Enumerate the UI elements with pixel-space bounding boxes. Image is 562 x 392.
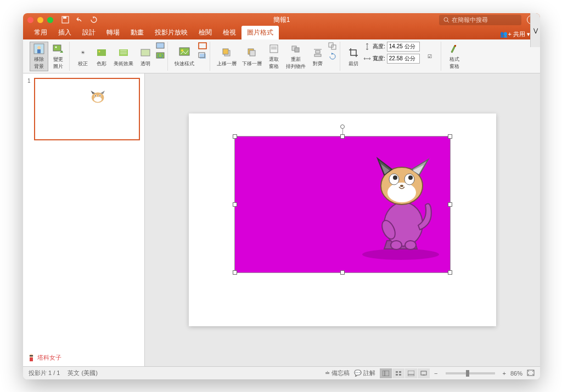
slide-edit-area[interactable] xyxy=(145,73,540,366)
group-button[interactable] xyxy=(328,42,338,50)
bring-fwd-icon xyxy=(220,46,233,59)
artistic-effects-button[interactable]: 美術效果 xyxy=(111,42,136,71)
svg-rect-32 xyxy=(314,54,321,56)
svg-point-17 xyxy=(181,49,183,52)
svg-rect-12 xyxy=(141,49,150,56)
change-picture-button[interactable]: 變更 圖片 xyxy=(49,42,67,71)
tab-slideshow[interactable]: 投影片放映 xyxy=(149,26,193,39)
tab-design[interactable]: 設計 xyxy=(77,26,101,39)
quick-access-toolbar xyxy=(61,15,98,24)
watermark: 塔科女子 xyxy=(27,353,61,362)
collapse-ribbon-button[interactable]: ⋁ xyxy=(530,13,540,47)
zoom-in-button[interactable]: + xyxy=(503,370,506,377)
svg-rect-67 xyxy=(421,371,426,375)
tab-home[interactable]: 常用 xyxy=(29,26,53,39)
resize-handle-tl[interactable] xyxy=(233,134,237,139)
crop-button[interactable]: 裁切 xyxy=(345,42,362,71)
lock-aspect-button[interactable]: ☑ xyxy=(421,42,439,71)
maximize-window-button[interactable] xyxy=(47,17,53,23)
slide-thumbnail-1[interactable]: 1 xyxy=(27,78,140,140)
svg-rect-14 xyxy=(156,43,164,48)
selection-icon xyxy=(267,43,280,55)
tab-picture-format[interactable]: 圖片格式 xyxy=(241,26,279,39)
ribbon-tabs: 常用 插入 設計 轉場 動畫 投影片放映 檢閱 檢視 圖片格式 👥+ 共用 ▾ xyxy=(23,26,540,39)
transparency-button[interactable]: 透明 xyxy=(137,42,154,71)
quick-styles-button[interactable]: 快速樣式 xyxy=(172,42,196,71)
change-pic-icon xyxy=(52,43,65,55)
svg-point-8 xyxy=(55,47,57,48)
compress-button[interactable] xyxy=(155,42,165,50)
thumbnail-preview xyxy=(34,78,140,140)
reset-button[interactable] xyxy=(155,52,165,60)
traffic-lights xyxy=(27,17,53,23)
svg-line-3 xyxy=(447,21,449,22)
comments-button[interactable]: 💬 註解 xyxy=(354,369,375,377)
corrections-icon: ☀ xyxy=(76,46,89,59)
tab-animations[interactable]: 動畫 xyxy=(125,26,149,39)
body-area: 1 塔科女子 xyxy=(23,73,540,366)
corrections-button[interactable]: ☀校正 xyxy=(74,42,92,71)
slide-canvas[interactable] xyxy=(189,113,496,326)
zoom-percent[interactable]: 86% xyxy=(510,370,522,377)
svg-rect-46 xyxy=(30,357,33,361)
zoom-slider[interactable] xyxy=(446,372,495,374)
resize-handle-bm[interactable] xyxy=(340,270,345,275)
height-input[interactable]: 14.25 公分 xyxy=(387,42,420,52)
close-window-button[interactable] xyxy=(27,17,33,23)
selection-pane-button[interactable]: 選取 窗格 xyxy=(265,42,283,71)
svg-rect-62 xyxy=(399,371,401,373)
svg-rect-22 xyxy=(223,49,228,54)
svg-rect-29 xyxy=(295,48,299,52)
language-indicator[interactable]: 英文 (美國) xyxy=(68,369,97,377)
reading-view-button[interactable] xyxy=(405,368,417,378)
save-button[interactable] xyxy=(61,15,70,24)
slide-counter[interactable]: 投影片 1 / 1 xyxy=(29,369,60,377)
undo-button[interactable] xyxy=(75,15,84,24)
view-buttons xyxy=(380,368,430,378)
align-button[interactable]: 對齊 xyxy=(309,42,327,71)
notes-button[interactable]: ≐ 備忘稿 xyxy=(325,369,350,377)
zoom-out-button[interactable]: − xyxy=(434,370,437,377)
resize-handle-ml[interactable] xyxy=(233,202,237,207)
resize-handle-bl[interactable] xyxy=(233,270,237,275)
width-input[interactable]: 22.58 公分 xyxy=(387,54,420,64)
reorder-icon xyxy=(289,43,302,55)
resize-handle-mr[interactable] xyxy=(448,202,452,207)
quick-styles-icon xyxy=(178,46,191,59)
thumbnail-cat-image xyxy=(82,89,110,111)
rotate-button[interactable] xyxy=(328,52,338,60)
color-button[interactable]: 色彩 xyxy=(93,42,110,71)
redo-button[interactable] xyxy=(89,15,98,24)
format-pane-icon xyxy=(448,43,461,55)
tab-insert[interactable]: 插入 xyxy=(53,26,77,39)
width-icon xyxy=(363,55,371,63)
minimize-window-button[interactable] xyxy=(37,17,43,23)
rotate-handle[interactable] xyxy=(340,124,345,129)
sorter-view-button[interactable] xyxy=(392,368,404,378)
svg-rect-1 xyxy=(63,16,66,19)
ribbon: 移除 背景 變更 圖片 ☀校正 色彩 美術效果 透明 快速樣式 xyxy=(23,39,540,73)
bring-forward-button[interactable]: 上移一層 xyxy=(215,42,239,71)
svg-rect-15 xyxy=(156,53,164,58)
selected-image[interactable] xyxy=(235,137,450,272)
svg-rect-9 xyxy=(97,49,106,56)
picture-effects-button[interactable] xyxy=(198,52,207,60)
fit-window-button[interactable] xyxy=(527,370,535,377)
share-button[interactable]: 👥+ 共用 ▾ xyxy=(496,29,535,39)
search-input[interactable]: 在簡報中搜尋 xyxy=(439,15,521,25)
tab-transitions[interactable]: 轉場 xyxy=(101,26,125,39)
remove-background-button[interactable]: 移除 背景 xyxy=(30,42,48,71)
app-window: 簡報1 在簡報中搜尋 常用 插入 設計 轉場 動畫 投影片放映 檢閱 檢視 圖片… xyxy=(23,13,540,379)
resize-handle-tm[interactable] xyxy=(340,134,345,139)
send-backward-button[interactable]: 下移一層 xyxy=(240,42,264,71)
slideshow-view-button[interactable] xyxy=(418,368,430,378)
svg-rect-31 xyxy=(316,50,320,53)
reorder-button[interactable]: 重新 排列物件 xyxy=(284,42,308,71)
format-pane-button[interactable]: 格式 窗格 xyxy=(446,42,463,71)
picture-border-button[interactable] xyxy=(198,42,207,50)
tab-review[interactable]: 檢閱 xyxy=(193,26,217,39)
resize-handle-br[interactable] xyxy=(448,270,452,275)
tab-view[interactable]: 檢視 xyxy=(217,26,241,39)
normal-view-button[interactable] xyxy=(380,368,392,378)
resize-handle-tr[interactable] xyxy=(448,134,452,139)
